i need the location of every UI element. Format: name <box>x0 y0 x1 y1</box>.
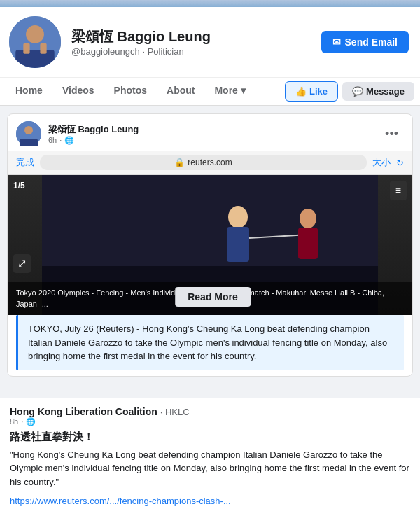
post-meta: 梁頌恆 Baggio Leung 6h · 🌐 <box>48 123 372 145</box>
second-post: Hong Kong Liberation Coalition · HKLC 8h… <box>0 392 420 510</box>
browser-bar: 完成 🔒 reuters.com 大小 ↻ <box>8 151 412 175</box>
read-more-button[interactable]: Read More <box>175 287 251 307</box>
svg-rect-2 <box>15 50 55 68</box>
post-card-1: 梁頌恆 Baggio Leung 6h · 🌐 ••• 完成 🔒 reuters… <box>7 113 413 377</box>
url-bar: 🔒 reuters.com <box>40 155 367 170</box>
content-area: 梁頌恆 Baggio Leung 6h · 🌐 ••• 完成 🔒 reuters… <box>0 106 420 392</box>
refresh-button[interactable]: ↻ <box>396 158 404 168</box>
size-button[interactable]: 大小 <box>372 156 391 169</box>
nav-item-videos[interactable]: Videos <box>52 78 104 105</box>
done-button[interactable]: 完成 <box>16 156 34 169</box>
chevron-down-icon: ▾ <box>241 85 246 96</box>
profile-info: 梁頌恆 Baggio Leung @baggioleungch · Politi… <box>0 7 420 77</box>
svg-rect-3 <box>23 43 29 54</box>
send-email-button[interactable]: ✉ Send Email <box>321 31 409 53</box>
expand-icon[interactable]: ⤢ <box>13 254 31 273</box>
avatar <box>7 14 63 70</box>
post-body: "Hong Kong's Cheung Ka Long beat defendi… <box>10 448 410 489</box>
profile-name: 梁頌恆 Baggio Leung <box>71 27 313 46</box>
read-more-wrap: Read More <box>169 287 251 307</box>
video-placeholder: 1/5 ≡ Tokyo 2020 Olympics - Fencing - Me… <box>8 175 412 315</box>
svg-rect-4 <box>40 43 46 54</box>
like-button[interactable]: 👍 Like <box>285 81 338 102</box>
globe-icon: 🌐 <box>64 136 74 145</box>
second-post-time: 8h · 🌐 <box>10 417 410 426</box>
lock-icon: 🔒 <box>174 158 185 167</box>
svg-rect-7 <box>20 139 38 146</box>
globe-icon-2: 🌐 <box>26 417 36 426</box>
post-more-button[interactable]: ••• <box>379 124 404 144</box>
envelope-icon: ✉ <box>332 36 341 48</box>
thumbs-up-icon: 👍 <box>295 86 307 97</box>
post-link[interactable]: https://www.reuters.com/.../fencing-cham… <box>10 496 231 506</box>
post-header: 梁頌恆 Baggio Leung 6h · 🌐 ••• <box>8 114 412 151</box>
svg-point-6 <box>24 126 33 134</box>
slide-counter: 1/5 <box>13 181 25 190</box>
svg-point-10 <box>228 206 248 228</box>
video-container: 1/5 ≡ Tokyo 2020 Olympics - Fencing - Me… <box>8 175 412 315</box>
post-text: TOKYO, July 26 (Reuters) - Hong Kong's C… <box>16 315 404 370</box>
svg-point-1 <box>26 25 44 43</box>
profile-nav: Home Videos Photos About More ▾ 👍 Like 💬… <box>0 77 420 106</box>
chat-icon: 💬 <box>352 86 363 97</box>
nav-item-about[interactable]: About <box>157 78 204 105</box>
cover-photo <box>0 0 420 7</box>
nav-item-more[interactable]: More ▾ <box>204 78 255 105</box>
org-name-line: Hong Kong Liberation Coalition · HKLC <box>10 406 410 417</box>
nav-item-photos[interactable]: Photos <box>104 78 157 105</box>
profile-header: 梁頌恆 Baggio Leung @baggioleungch · Politi… <box>0 0 420 106</box>
svg-rect-14 <box>298 228 318 259</box>
menu-icon[interactable]: ≡ <box>390 181 407 200</box>
svg-point-13 <box>300 209 316 228</box>
profile-handle: @baggioleungch · Politician <box>71 46 313 57</box>
svg-rect-11 <box>227 227 249 262</box>
post-headline: 路透社直拳對決！ <box>10 431 410 444</box>
nav-item-home[interactable]: Home <box>6 78 52 105</box>
post-author-name: 梁頌恆 Baggio Leung <box>48 123 372 136</box>
message-button[interactable]: 💬 Message <box>342 82 414 101</box>
post-time: 6h · 🌐 <box>48 136 372 145</box>
second-post-header: Hong Kong Liberation Coalition · HKLC 8h… <box>10 406 410 426</box>
profile-text: 梁頌恆 Baggio Leung @baggioleungch · Politi… <box>71 27 313 57</box>
post-avatar <box>16 121 41 146</box>
